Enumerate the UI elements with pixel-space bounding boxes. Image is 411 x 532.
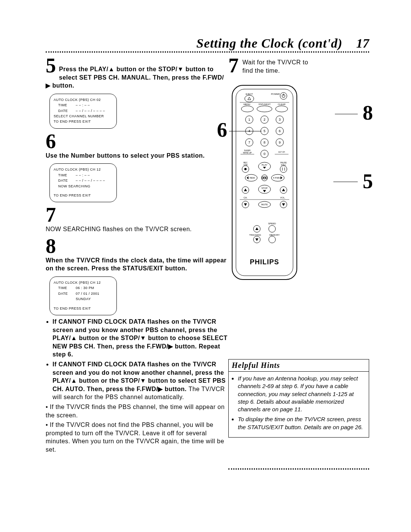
svg-text:PLAY: PLAY xyxy=(262,164,268,166)
svg-text:SPEED: SPEED xyxy=(268,222,276,225)
step-6: 6 Use the Number buttons to select your … xyxy=(46,131,228,160)
svg-text:3: 3 xyxy=(279,118,280,121)
svg-text:ALT CH: ALT CH xyxy=(278,151,285,153)
callout-5-line xyxy=(333,182,358,182)
osd8-time-val: 06 : 30 PM xyxy=(76,285,94,291)
step-7-right: 7 Wait for the TV/VCR to find the time. xyxy=(228,55,369,76)
note-list: If CANNOT FIND CLOCK DATA flashes on the… xyxy=(46,318,228,401)
step-6-number: 6 xyxy=(46,131,228,152)
svg-text:VOL.: VOL. xyxy=(280,197,285,199)
osd-step5: AUTO CLOCK (PBS) CH 02 TIME– – : – – DAT… xyxy=(49,94,117,129)
svg-text:CLEAR: CLEAR xyxy=(278,103,286,105)
osd6-line5: TO END PRESS EXIT xyxy=(54,193,113,198)
dotted-rule-bottom xyxy=(228,468,369,470)
osd8-date-val: 07 / 01 / 2001 xyxy=(76,291,99,296)
svg-point-88 xyxy=(269,236,276,243)
svg-text:MENU: MENU xyxy=(244,103,250,105)
step-5-text: Press the PLAY/▲ button or the STOP/▼ bu… xyxy=(46,55,228,90)
left-column: 5 Press the PLAY/▲ button or the STOP/▼ … xyxy=(46,55,228,454)
helpful-hints: Helpful Hints If you have an Antenna hoo… xyxy=(228,359,369,438)
osd5-line1: AUTO CLOCK (PBS) CH 02 xyxy=(54,97,113,102)
osd6-date-val: – – / – – / – – – – xyxy=(76,178,105,183)
step-8-number: 8 xyxy=(46,236,228,256)
hints-header: Helpful Hints xyxy=(228,359,369,372)
note-1-text: If CANNOT FIND CLOCK DATA flashes on the… xyxy=(53,318,228,358)
osd8-time-label: TIME xyxy=(54,285,76,291)
svg-text:STATUS/EXIT: STATUS/EXIT xyxy=(258,103,270,105)
step-5: 5 Press the PLAY/▲ button or the STOP/▼ … xyxy=(46,55,228,90)
osd8-line1: AUTO CLOCK (PBS) CH 12 xyxy=(54,280,113,285)
svg-text:MUTE: MUTE xyxy=(261,203,268,206)
osd5-line5: TO END PRESS EXIT xyxy=(54,119,113,124)
svg-text:MEMORY: MEMORY xyxy=(269,234,280,236)
osd-step8: AUTO CLOCK (PBS) CH 12 TIME06 : 30 PM DA… xyxy=(49,276,117,315)
step-7r-number: 7 xyxy=(228,55,239,76)
step-7: 7 NOW SEARCHING flashes on the TV/VCR sc… xyxy=(46,204,228,233)
svg-text:WAKE UP: WAKE UP xyxy=(243,152,252,154)
callout-5: 5 xyxy=(363,171,373,192)
svg-text:0: 0 xyxy=(263,152,265,156)
osd6-date-label: DATE xyxy=(54,178,76,183)
svg-text:F.FWD: F.FWD xyxy=(273,177,280,179)
remote-svg: EJECT POWER MENU STATUS/EXIT CLEAR 1 2 3… xyxy=(228,83,301,281)
svg-point-13 xyxy=(241,106,253,112)
step-8: 8 When the TV/VCR finds the clock data, … xyxy=(46,236,228,273)
step-6-text: Use the Number buttons to select your PB… xyxy=(46,152,228,160)
hint-1: If you have an Antenna hookup, you may s… xyxy=(238,375,365,413)
note-1: If CANNOT FIND CLOCK DATA flashes on the… xyxy=(53,318,228,359)
step-7-number: 7 xyxy=(46,204,228,225)
svg-text:PHILIPS: PHILIPS xyxy=(250,258,279,266)
svg-text:7: 7 xyxy=(248,141,250,144)
svg-text:8: 8 xyxy=(263,141,265,144)
svg-text:2: 2 xyxy=(263,118,265,121)
svg-point-15 xyxy=(276,106,288,112)
step-5-number: 5 xyxy=(46,55,56,76)
page-title: Setting the Clock (cont'd) xyxy=(196,36,342,51)
osd5-time-label: TIME xyxy=(54,102,76,108)
osd6-time-label: TIME xyxy=(54,173,76,178)
osd5-date-label: DATE xyxy=(54,108,76,113)
note-3: • If the TV/VCR finds the PBS channel, t… xyxy=(46,403,228,419)
svg-text:9: 9 xyxy=(279,141,280,144)
step-7-text: NOW SEARCHING flashes on the TV/VCR scre… xyxy=(46,225,228,233)
osd5-time-val: – – : – – xyxy=(76,102,90,108)
svg-point-44 xyxy=(244,168,247,170)
note-2: If CANNOT FIND CLOCK DATA flashes on the… xyxy=(53,360,228,401)
svg-text:5: 5 xyxy=(263,129,265,133)
osd8-line5: TO END PRESS EXIT xyxy=(54,306,113,311)
svg-text:STOP: STOP xyxy=(261,187,268,189)
right-column: 7 Wait for the TV/VCR to find the time. … xyxy=(228,55,369,438)
hint-2: To display the time on the TV/VCR screen… xyxy=(238,415,365,431)
svg-text:TRACKING: TRACKING xyxy=(249,234,261,236)
osd5-line4: SELECT CHANNEL NUMBER xyxy=(54,113,113,119)
manual-page: Setting the Clock (cont'd) 17 5 Press th… xyxy=(0,0,411,532)
osd6-line4: NOW SEARCHING xyxy=(54,184,113,189)
remote-diagram: 6 8 5 EJECT POWER MENU STATUS/EXIT CLEAR xyxy=(228,80,369,283)
note-2-rest: . Then, press the F.FWD/▶ button. xyxy=(83,386,188,392)
step-8-text: When the TV/VCR finds the clock data, th… xyxy=(46,256,228,273)
svg-text:1: 1 xyxy=(248,118,250,121)
osd6-time-val: – – : – – xyxy=(76,173,90,178)
svg-point-47 xyxy=(280,166,287,173)
svg-text:6: 6 xyxy=(279,129,280,133)
callout-8-line xyxy=(335,114,358,114)
osd-step6: AUTO CLOCK (PBS) CH 12 TIME– – : – – DAT… xyxy=(49,163,117,202)
svg-text:EJECT: EJECT xyxy=(245,93,253,95)
osd5-date-val: – – / – – / – – – – xyxy=(76,108,105,113)
svg-point-3 xyxy=(245,95,254,102)
dotted-rule-top xyxy=(46,51,369,53)
callout-6: 6 xyxy=(217,120,227,140)
osd8-day: SUNDAY xyxy=(54,296,113,302)
hints-body: If you have an Antenna hookup, you may s… xyxy=(228,372,369,438)
callout-6-line xyxy=(229,131,261,131)
step-7r-text: Wait for the TV/VCR to find the time. xyxy=(242,55,319,75)
svg-point-14 xyxy=(257,106,272,112)
svg-point-83 xyxy=(269,225,276,232)
svg-text:REW: REW xyxy=(250,177,255,179)
svg-text:CH.: CH. xyxy=(244,197,248,199)
osd8-date-label: DATE xyxy=(54,291,76,296)
callout-8: 8 xyxy=(363,102,373,123)
osd6-line1: AUTO CLOCK (PBS) CH 12 xyxy=(54,167,113,172)
note-4: • If the TV/VCR does not find the PBS ch… xyxy=(46,421,228,454)
svg-text:POWER: POWER xyxy=(271,93,280,95)
